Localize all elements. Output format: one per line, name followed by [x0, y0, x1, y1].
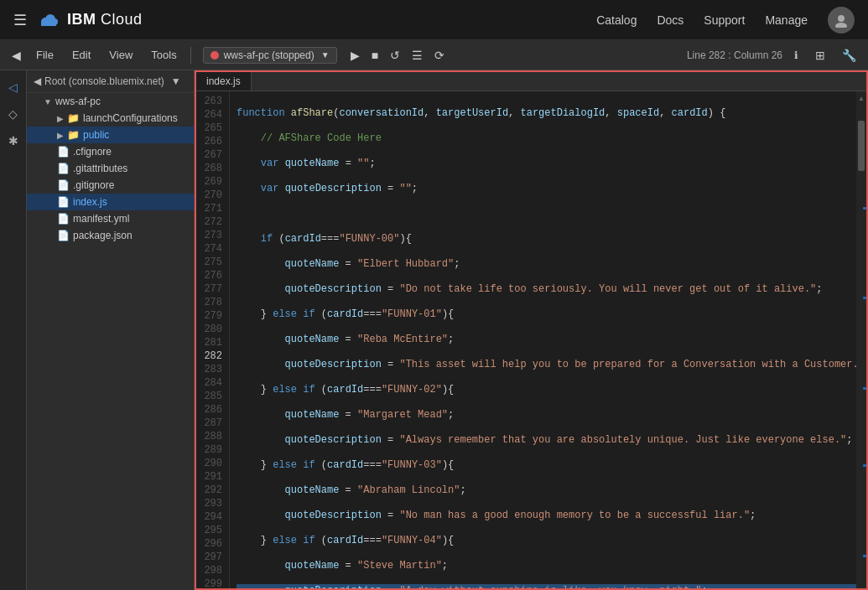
code-editor: index.js 263 264 265 266 267 268 269 270…	[195, 70, 868, 590]
user-avatar[interactable]	[828, 7, 855, 34]
wrench-button[interactable]: 🔧	[837, 45, 861, 65]
code-line-271: } else if (cardId==="FUNNY-01"){	[236, 308, 856, 321]
catalog-link[interactable]: Catalog	[596, 13, 637, 27]
run-dropdown-arrow[interactable]: ▼	[321, 50, 330, 60]
code-line-280: } else if (cardId==="FUNNY-04"){	[236, 534, 856, 547]
ln-286: 286	[196, 403, 229, 417]
ln-283: 283	[196, 363, 229, 376]
debug-button[interactable]: ⟳	[429, 45, 450, 65]
ln-279: 279	[196, 309, 229, 323]
play-button[interactable]: ▶	[346, 45, 365, 65]
tree-node-cfignore[interactable]: 📄 .cfignore	[27, 143, 194, 160]
ln-278: 278	[196, 296, 229, 309]
ln-281: 281	[196, 336, 229, 349]
tree-node-gitattributes[interactable]: 📄 .gitattributes	[27, 160, 194, 177]
tree-root-header[interactable]: ◀ Root (console.bluemix.net) ▼	[27, 70, 194, 93]
ln-296: 296	[196, 537, 229, 551]
gear-sidebar-icon[interactable]: ✱	[5, 131, 22, 151]
scroll-up-arrow[interactable]: ▲	[858, 93, 865, 104]
navbar: ☰ IBM Cloud Catalog Docs Support Manage	[0, 0, 868, 40]
tree-node-project[interactable]: ▼ wws-af-pc	[27, 93, 194, 110]
manifest-file-icon: 📄	[57, 213, 70, 225]
package-label: package.json	[73, 230, 133, 241]
manage-link[interactable]: Manage	[765, 13, 808, 27]
support-link[interactable]: Support	[704, 13, 745, 27]
ln-272: 272	[196, 215, 229, 229]
tree-node-public[interactable]: ▶ 📁 public	[27, 127, 194, 143]
code-line-268: if (cardId==="FUNNY-00"){	[236, 232, 856, 246]
ln-288: 288	[196, 430, 229, 443]
ln-271: 271	[196, 202, 229, 215]
cursor-position: Line 282 : Column 26	[687, 49, 782, 61]
search-icon[interactable]: ◇	[5, 104, 21, 124]
ln-287: 287	[196, 417, 229, 430]
status-bar-right: Line 282 : Column 26 ℹ ⊞ 🔧	[687, 45, 861, 65]
scroll-thumb-area[interactable]	[856, 104, 866, 590]
ln-294: 294	[196, 510, 229, 524]
hamburger-icon[interactable]: ☰	[13, 11, 27, 29]
scroll-thumb[interactable]	[858, 121, 865, 171]
code-line-266: var quoteDescription = "";	[236, 182, 856, 195]
gitattributes-label: .gitattributes	[73, 163, 127, 174]
scroll-indicator-1	[863, 207, 866, 210]
indexjs-file-icon: 📄	[57, 196, 70, 208]
code-content[interactable]: 263 264 265 266 267 268 269 270 271 272 …	[196, 91, 856, 590]
code-line-270: quoteDescription = "Do not take life too…	[236, 282, 856, 296]
project-label: wws-af-pc	[55, 96, 101, 107]
run-indicator: wws-af-pc (stopped) ▼	[203, 47, 337, 64]
file-menu: File Edit View Tools	[29, 47, 184, 63]
ln-270: 270	[196, 189, 229, 202]
ln-284: 284	[196, 376, 229, 390]
code-line-273: quoteDescription = "This asset will help…	[236, 358, 856, 371]
ln-290: 290	[196, 457, 229, 470]
tree-node-package[interactable]: 📄 package.json	[27, 227, 194, 244]
tree-node-indexjs[interactable]: 📄 index.js	[27, 194, 194, 210]
files-icon[interactable]: ◁	[5, 77, 21, 97]
edit-menu-item[interactable]: Edit	[65, 47, 97, 63]
project-arrow: ▼	[44, 97, 52, 106]
list-button[interactable]: ☰	[407, 45, 428, 65]
left-sidebar-icons: ◁ ◇ ✱	[0, 70, 27, 590]
code-line-276: quoteDescription = "Always remember that…	[236, 433, 856, 447]
docs-link[interactable]: Docs	[657, 13, 683, 27]
view-menu-item[interactable]: View	[102, 47, 139, 63]
tree-node-launch[interactable]: ▶ 📁 launchConfigurations	[27, 110, 194, 127]
ln-282: 282	[196, 349, 229, 363]
scroll-indicator-2	[863, 297, 866, 299]
toolbar: ◀ File Edit View Tools wws-af-pc (stoppe…	[0, 40, 868, 70]
ln-266: 266	[196, 135, 229, 148]
code-line-282: quoteDescription = "A day without sunshi…	[236, 584, 856, 590]
ln-295: 295	[196, 524, 229, 537]
restart-button[interactable]: ↺	[385, 45, 405, 65]
file-menu-item[interactable]: File	[29, 47, 60, 63]
code-line-265: var quoteName = "";	[236, 157, 856, 170]
tree-node-manifest[interactable]: 📄 manifest.yml	[27, 210, 194, 227]
tree-node-gitignore[interactable]: 📄 .gitignore	[27, 177, 194, 194]
svg-rect-4	[41, 21, 56, 26]
navbar-right: Catalog Docs Support Manage	[596, 7, 855, 34]
tree-root-label: Root (console.bluemix.net)	[44, 75, 164, 87]
code-outer: 263 264 265 266 267 268 269 270 271 272 …	[196, 91, 866, 590]
package-file-icon: 📄	[57, 230, 70, 241]
code-lines-content: function afShare(conversationId, targetU…	[230, 91, 856, 590]
code-line-279: quoteDescription = "No man has a good en…	[236, 509, 856, 522]
toolbar-settings[interactable]: ⊞	[810, 45, 830, 65]
code-line-275: quoteName = "Margaret Mead";	[236, 408, 856, 422]
ibm-logo: IBM Cloud	[37, 8, 143, 32]
code-tab-indexjs[interactable]: index.js	[196, 72, 252, 91]
public-label: public	[83, 129, 109, 141]
cfignore-file-icon: 📄	[57, 146, 70, 158]
back-button[interactable]: ◀	[7, 45, 26, 65]
code-line-269: quoteName = "Elbert Hubbard";	[236, 257, 856, 271]
ln-280: 280	[196, 323, 229, 336]
tools-menu-item[interactable]: Tools	[144, 47, 183, 63]
svg-point-5	[838, 15, 845, 22]
app-title: IBM Cloud	[67, 11, 143, 28]
run-controls: ▶ ■ ↺ ☰ ⟳	[346, 45, 450, 65]
settings-btn[interactable]: ℹ	[789, 46, 803, 65]
ln-299: 299	[196, 577, 229, 590]
stop-button[interactable]: ■	[366, 45, 383, 65]
cfignore-label: .cfignore	[73, 146, 112, 158]
tree-root-dropdown[interactable]: ▼	[171, 75, 181, 87]
vertical-scrollbar[interactable]: ▲ ▼	[856, 91, 866, 590]
